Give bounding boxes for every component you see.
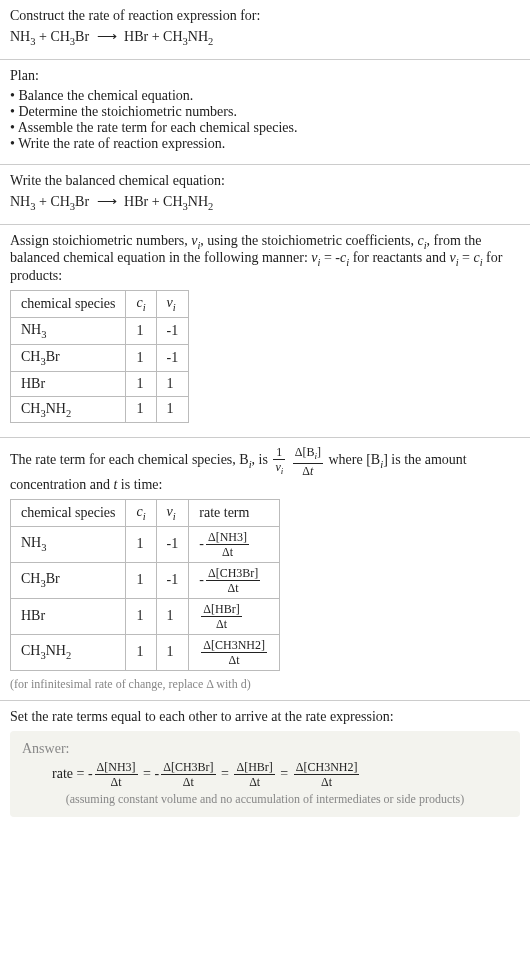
prompt-title: Construct the rate of reaction expressio…: [10, 8, 520, 24]
assign-section: Assign stoichiometric numbers, νi, using…: [0, 225, 530, 439]
cell-vi: 1: [156, 598, 189, 634]
cell-species: CH3Br: [11, 344, 126, 371]
table-header-row: chemical species ci νi rate term: [11, 499, 280, 526]
table-row: CH3Br 1 -1: [11, 344, 189, 371]
col-species: chemical species: [11, 291, 126, 318]
answer-note: (assuming constant volume and no accumul…: [22, 792, 508, 807]
cell-vi: -1: [156, 526, 189, 562]
neg: -: [155, 765, 160, 780]
final-section: Set the rate terms equal to each other t…: [0, 701, 530, 825]
plan-list: Balance the chemical equation. Determine…: [10, 88, 520, 152]
text: is time:: [117, 477, 162, 492]
table-row: NH3 1 -1 -Δ[NH3]Δt: [11, 526, 280, 562]
cell-ci: 1: [126, 317, 156, 344]
plan-item: Determine the stoichiometric numbers.: [10, 104, 520, 120]
table-row: HBr 1 1 Δ[HBr]Δt: [11, 598, 280, 634]
prompt-section: Construct the rate of reaction expressio…: [0, 0, 530, 60]
cell-species: CH3NH2: [11, 634, 126, 670]
cell-term: Δ[HBr]Δt: [189, 598, 280, 634]
rate-label: rate =: [52, 765, 88, 780]
plan-heading: Plan:: [10, 68, 520, 84]
assign-text: Assign stoichiometric numbers, νi, using…: [10, 233, 520, 285]
plan-section: Plan: Balance the chemical equation. Det…: [0, 60, 530, 165]
cell-vi: -1: [156, 344, 189, 371]
table-header-row: chemical species ci νi: [11, 291, 189, 318]
answer-label: Answer:: [22, 741, 508, 757]
table-row: NH3 1 -1: [11, 317, 189, 344]
text: Assign stoichiometric numbers,: [10, 233, 191, 248]
rateterm-intro: The rate term for each chemical species,…: [10, 446, 520, 492]
cell-vi: -1: [156, 562, 189, 598]
balanced-section: Write the balanced chemical equation: NH…: [0, 165, 530, 225]
cell-ci: 1: [126, 526, 156, 562]
unbalanced-equation: NH3 + CH3Br ⟶ HBr + CH3NH2: [10, 28, 520, 47]
frac: 1νi: [273, 446, 285, 476]
table-row: CH3NH2 1 1: [11, 396, 189, 423]
cell-species: CH3Br: [11, 562, 126, 598]
cell-vi: 1: [156, 371, 189, 396]
cell-species: HBr: [11, 598, 126, 634]
text: , using the stoichiometric coefficients,: [200, 233, 417, 248]
plan-item: Balance the chemical equation.: [10, 88, 520, 104]
frac: Δ[Bi]Δt: [293, 446, 323, 476]
balanced-equation: NH3 + CH3Br ⟶ HBr + CH3NH2: [10, 193, 520, 212]
col-vi: νi: [156, 291, 189, 318]
rateterm-section: The rate term for each chemical species,…: [0, 438, 530, 700]
balanced-heading: Write the balanced chemical equation:: [10, 173, 520, 189]
text: for reactants and: [349, 250, 449, 265]
cell-term: -Δ[NH3]Δt: [189, 526, 280, 562]
cell-vi: -1: [156, 317, 189, 344]
col-vi: νi: [156, 499, 189, 526]
stoich-table: chemical species ci νi NH3 1 -1 CH3Br 1 …: [10, 290, 189, 423]
col-term: rate term: [189, 499, 280, 526]
cell-vi: 1: [156, 396, 189, 423]
cell-species: NH3: [11, 317, 126, 344]
text: The rate term for each chemical species,…: [10, 453, 249, 468]
text: where [B: [329, 453, 381, 468]
rate-expression: rate = -Δ[NH3]Δt = -Δ[CH3Br]Δt = Δ[HBr]Δ…: [22, 761, 508, 788]
neg: -: [88, 765, 93, 780]
table-row: HBr 1 1: [11, 371, 189, 396]
col-ci: ci: [126, 499, 156, 526]
cell-species: NH3: [11, 526, 126, 562]
rate-table: chemical species ci νi rate term NH3 1 -…: [10, 499, 280, 671]
cell-term: Δ[CH3NH2]Δt: [189, 634, 280, 670]
delta-note: (for infinitesimal rate of change, repla…: [10, 677, 520, 692]
col-ci: ci: [126, 291, 156, 318]
cell-species: CH3NH2: [11, 396, 126, 423]
col-species: chemical species: [11, 499, 126, 526]
cell-ci: 1: [126, 562, 156, 598]
cell-ci: 1: [126, 598, 156, 634]
plan-item: Write the rate of reaction expression.: [10, 136, 520, 152]
cell-species: HBr: [11, 371, 126, 396]
cell-ci: 1: [126, 344, 156, 371]
cell-ci: 1: [126, 634, 156, 670]
cell-ci: 1: [126, 371, 156, 396]
table-row: CH3Br 1 -1 -Δ[CH3Br]Δt: [11, 562, 280, 598]
answer-box: Answer: rate = -Δ[NH3]Δt = -Δ[CH3Br]Δt =…: [10, 731, 520, 817]
table-row: CH3NH2 1 1 Δ[CH3NH2]Δt: [11, 634, 280, 670]
cell-term: -Δ[CH3Br]Δt: [189, 562, 280, 598]
cell-ci: 1: [126, 396, 156, 423]
text: , is: [252, 453, 272, 468]
cell-vi: 1: [156, 634, 189, 670]
plan-item: Assemble the rate term for each chemical…: [10, 120, 520, 136]
final-heading: Set the rate terms equal to each other t…: [10, 709, 520, 725]
